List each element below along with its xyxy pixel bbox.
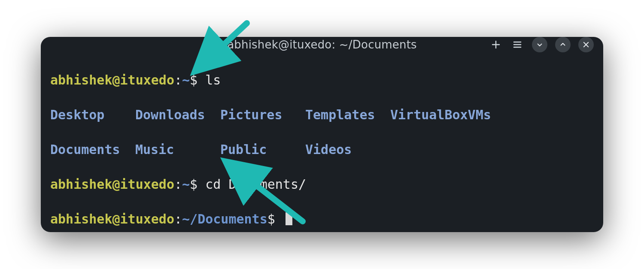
hamburger-menu-button[interactable] (510, 38, 524, 51)
prompt-path: ~ (182, 73, 190, 88)
prompt-dollar: $ (190, 177, 205, 192)
dir-downloads: Downloads (135, 106, 220, 124)
prompt-user-host: abhishek@ituxedo (50, 73, 174, 88)
minimize-button[interactable] (532, 37, 547, 52)
prompt-user-host: abhishek@ituxedo (50, 177, 174, 192)
close-button[interactable] (578, 37, 594, 52)
titlebar: abhishek@ituxedo: ~/Documents (41, 37, 603, 52)
prompt-user-host: abhishek@ituxedo (50, 212, 174, 227)
dir-music: Music (135, 141, 220, 159)
prompt-separator: : (174, 73, 182, 88)
prompt-separator: : (174, 212, 182, 227)
prompt-dollar: $ (190, 73, 205, 88)
titlebar-controls (489, 37, 594, 52)
prompt-path: ~ (182, 177, 190, 192)
dir-documents: Documents (50, 141, 135, 159)
new-tab-button[interactable] (489, 38, 503, 51)
prompt-dollar: $ (267, 212, 283, 227)
prompt-separator: : (174, 177, 182, 192)
maximize-button[interactable] (555, 37, 571, 52)
ls-output-row-1: DesktopDownloadsPicturesTemplatesVirtual… (50, 106, 594, 124)
terminal-body[interactable]: abhishek@ituxedo:~$ ls DesktopDownloadsP… (41, 52, 603, 232)
prompt-line-2: abhishek@ituxedo:~$ cd Documents/ (50, 176, 594, 193)
dir-templates: Templates (305, 106, 390, 124)
dir-pictures: Pictures (220, 106, 305, 124)
terminal-window: abhishek@ituxedo: ~/Documents (41, 37, 603, 232)
prompt-line-3: abhishek@ituxedo:~/Documents$ (50, 211, 594, 228)
prompt-path: ~/Documents (182, 212, 267, 227)
window-title: abhishek@ituxedo: ~/Documents (227, 38, 417, 51)
prompt-line-1: abhishek@ituxedo:~$ ls (50, 72, 594, 89)
dir-videos: Videos (305, 141, 352, 159)
ls-output-row-2: DocumentsMusicPublicVideos (50, 141, 594, 159)
dir-public: Public (220, 141, 305, 159)
command-ls: ls (205, 73, 221, 88)
dir-desktop: Desktop (50, 106, 135, 124)
command-cd: cd Documents/ (205, 177, 306, 192)
dir-virtualboxvms: VirtualBoxVMs (390, 106, 491, 124)
cursor (286, 212, 292, 225)
